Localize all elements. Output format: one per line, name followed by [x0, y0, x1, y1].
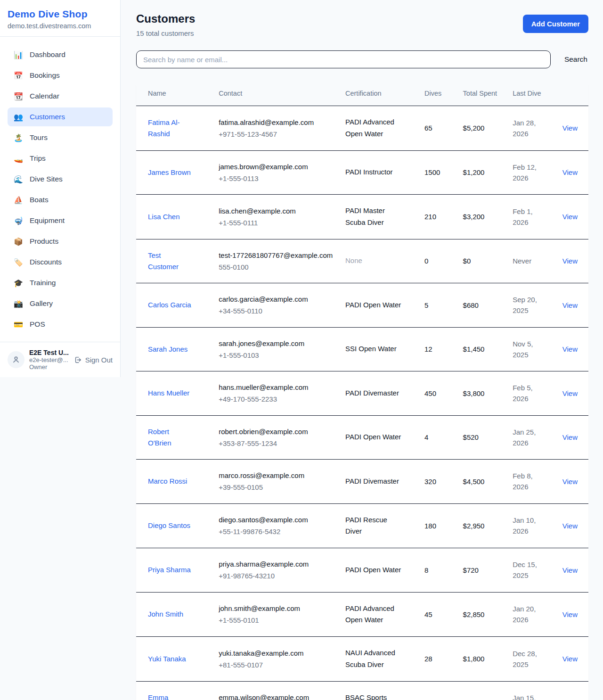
sidebar-item-gallery[interactable]: 📸 Gallery [8, 294, 113, 313]
diving-mask-icon: 🤿 [13, 216, 24, 225]
customer-name-link[interactable]: Test Customer [148, 250, 191, 272]
sidebar-item-tours[interactable]: 🏝️ Tours [8, 128, 113, 147]
customer-name-link[interactable]: Sarah Jones [148, 344, 187, 355]
customer-total-spent: $2,850 [457, 592, 507, 637]
table-row: Robert O'Brien robert.obrien@example.com… [136, 415, 588, 460]
customer-last-dive: Jan 28, 2026 [513, 117, 546, 140]
customer-certification: PADI Open Water [345, 299, 401, 311]
table-row: Lisa Chen lisa.chen@example.com +1-555-0… [136, 195, 588, 239]
customer-last-dive: Never [513, 255, 531, 266]
customer-last-dive: Feb 1, 2026 [513, 206, 546, 228]
sidebar-item-pos[interactable]: 💳 POS [8, 315, 113, 334]
sidebar-item-dive-sites[interactable]: 🌊 Dive Sites [8, 170, 113, 189]
brand-block: Demo Dive Shop demo.test.divestreams.com [0, 0, 120, 37]
customer-name-link[interactable]: Emma Wilson [148, 692, 191, 700]
customer-certification: PADI Open Water [345, 564, 401, 576]
search-input[interactable] [136, 50, 551, 68]
sign-out-button[interactable]: Sign Out [74, 356, 113, 364]
view-link[interactable]: View [562, 610, 578, 618]
customer-name-link[interactable]: Hans Mueller [148, 387, 189, 399]
sidebar-item-training[interactable]: 🎓 Training [8, 273, 113, 292]
customer-name-link[interactable]: Diego Santos [148, 520, 190, 531]
view-link[interactable]: View [562, 168, 578, 176]
customer-certification: NAUI Advanced Scuba Diver [345, 647, 402, 671]
sidebar-item-customers[interactable]: 👥 Customers [8, 107, 113, 126]
view-link[interactable]: View [562, 345, 578, 353]
customer-email: marco.rossi@example.com [219, 470, 334, 481]
customer-phone: +1-555-0103 [219, 350, 334, 361]
customer-email: yuki.tanaka@example.com [219, 648, 334, 659]
calendar-icon: 📅 [13, 71, 24, 80]
table-header-row: Name Contact Certification Dives Total S… [136, 82, 588, 106]
table-row: Sarah Jones sarah.jones@example.com +1-5… [136, 327, 588, 371]
view-link[interactable]: View [562, 124, 578, 132]
customer-name-link[interactable]: Carlos Garcia [148, 299, 191, 311]
view-link[interactable]: View [562, 257, 578, 265]
sidebar-item-calendar[interactable]: 📆 Calendar [8, 87, 113, 106]
sidebar-item-products[interactable]: 📦 Products [8, 232, 113, 251]
customer-total-spent: $4,500 [457, 460, 507, 504]
search-button[interactable]: Search [563, 51, 588, 67]
customer-name-link[interactable]: Lisa Chen [148, 211, 180, 222]
view-link[interactable]: View [562, 433, 578, 441]
sidebar-item-discounts[interactable]: 🏷️ Discounts [8, 253, 113, 272]
view-link[interactable]: View [562, 301, 578, 309]
customer-email: john.smith@example.com [219, 603, 334, 614]
customer-certification: PADI Divemaster [345, 476, 399, 487]
sidebar-item-equipment[interactable]: 🤿 Equipment [8, 211, 113, 230]
column-header-dives: Dives [419, 82, 457, 106]
customer-name-link[interactable]: Robert O'Brien [148, 426, 191, 449]
customer-dives: 45 [419, 592, 457, 637]
user-info: E2E Test U... e2e-tester@... Owner [29, 349, 69, 371]
logout-icon [74, 356, 82, 364]
sidebar-item-trips[interactable]: 🚤 Trips [8, 149, 113, 168]
customer-email: priya.sharma@example.com [219, 559, 334, 569]
customer-phone: +55-11-99876-5432 [219, 526, 334, 537]
customer-total-spent: $0 [457, 239, 507, 283]
customer-total-spent: $1,200 [457, 150, 507, 195]
customer-certification: PADI Open Water [345, 431, 401, 443]
view-link[interactable]: View [562, 522, 578, 530]
search-form: Search [136, 50, 588, 68]
table-row: Marco Rossi marco.rossi@example.com +39-… [136, 460, 588, 504]
customer-certification: BSAC Sports Diver [345, 692, 402, 700]
sailboat-icon: ⛵ [13, 196, 24, 205]
customer-email: lisa.chen@example.com [219, 206, 334, 216]
customer-email: sarah.jones@example.com [219, 338, 334, 349]
customer-phone: +1-555-0111 [219, 217, 334, 228]
customer-dives: 1500 [419, 150, 457, 195]
customer-name-link[interactable]: John Smith [148, 609, 183, 620]
customer-total-spent: $1,450 [457, 327, 507, 371]
column-header-name: Name [136, 82, 213, 106]
sidebar-item-dashboard[interactable]: 📊 Dashboard [8, 45, 113, 64]
customer-certification: PADI Instructor [345, 166, 393, 178]
customer-name-link[interactable]: James Brown [148, 167, 191, 178]
view-link[interactable]: View [562, 389, 578, 397]
customer-last-dive: Sep 20, 2025 [513, 294, 546, 316]
customer-dives: 12 [419, 327, 457, 371]
sidebar-item-boats[interactable]: ⛵ Boats [8, 190, 113, 209]
customer-certification: PADI Advanced Open Water [345, 116, 402, 140]
graduation-cap-icon: 🎓 [13, 279, 24, 288]
customer-certification: PADI Divemaster [345, 387, 399, 399]
view-link[interactable]: View [562, 213, 578, 221]
avatar [8, 351, 24, 368]
table-row: Carlos Garcia carlos.garcia@example.com … [136, 283, 588, 328]
customer-email: carlos.garcia@example.com [219, 294, 334, 305]
column-header-certification: Certification [340, 82, 419, 106]
column-header-total-spent: Total Spent [457, 82, 507, 106]
customers-table: Name Contact Certification Dives Total S… [136, 82, 588, 700]
user-icon [12, 355, 20, 364]
customer-name-link[interactable]: Fatima Al-Rashid [148, 117, 191, 140]
customer-name-link[interactable]: Yuki Tanaka [148, 653, 186, 665]
customer-last-dive: Feb 8, 2026 [513, 470, 546, 493]
view-link[interactable]: View [562, 478, 578, 486]
view-link[interactable]: View [562, 655, 578, 663]
add-customer-button[interactable]: Add Customer [523, 15, 588, 33]
customer-certification: PADI Rescue Diver [345, 514, 402, 538]
customer-name-link[interactable]: Marco Rossi [148, 476, 187, 487]
title-block: Customers 15 total customers [136, 12, 195, 37]
customer-name-link[interactable]: Priya Sharma [148, 564, 191, 576]
view-link[interactable]: View [562, 566, 578, 574]
sidebar-item-bookings[interactable]: 📅 Bookings [8, 66, 113, 85]
